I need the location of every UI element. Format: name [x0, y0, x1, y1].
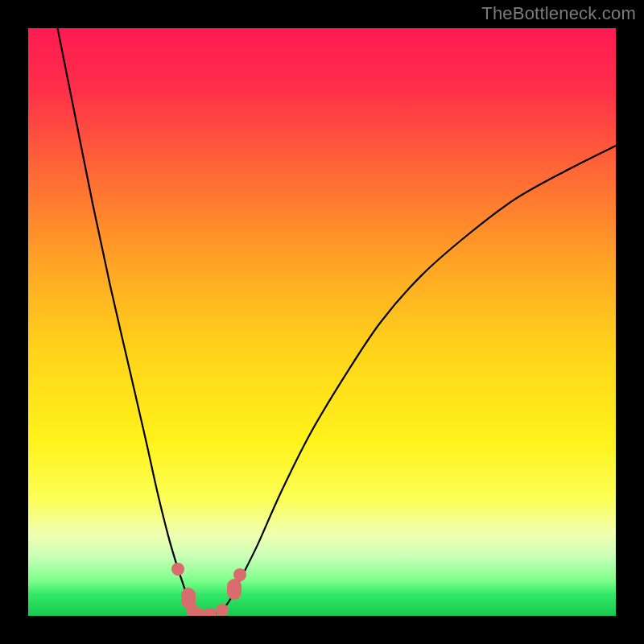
- background-gradient: [28, 28, 616, 616]
- marker-left-upper: [171, 563, 184, 576]
- marker-bottom-1: [192, 608, 205, 616]
- marker-right-upper: [233, 568, 246, 581]
- svg-rect-0: [28, 28, 616, 616]
- watermark-text: TheBottleneck.com: [481, 3, 636, 24]
- plot-area: [28, 28, 616, 616]
- marker-right-mid: [227, 579, 242, 600]
- chart-frame: TheBottleneck.com: [0, 0, 644, 644]
- marker-right-low: [216, 604, 229, 616]
- marker-bottom-2: [204, 608, 217, 616]
